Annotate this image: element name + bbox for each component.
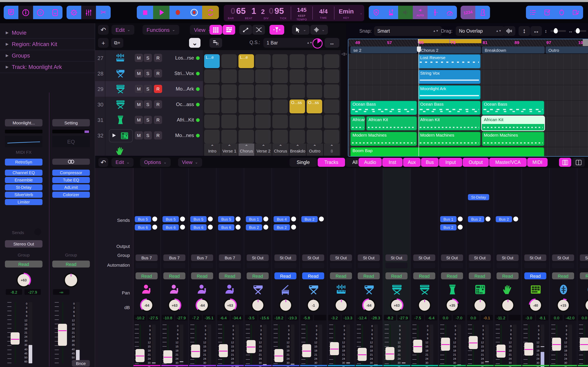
lcd-position[interactable]: 06512095BARBEATDIVTICK xyxy=(224,5,291,21)
pan-knob[interactable]: -64 xyxy=(140,299,154,312)
group-slot[interactable] xyxy=(330,263,352,268)
auto-input-monitoring-icon[interactable]: AUTO xyxy=(413,6,428,19)
mute-button[interactable]: M xyxy=(135,116,143,124)
pan-knob[interactable] xyxy=(501,299,515,312)
group-slot[interactable] xyxy=(413,263,435,268)
loop-cell-empty[interactable] xyxy=(204,69,220,83)
loop-cell-empty[interactable] xyxy=(290,69,305,83)
audio-fx-slot[interactable]: Ensemble xyxy=(5,177,43,183)
grid-view-button[interactable] xyxy=(209,25,222,35)
send-knob[interactable] xyxy=(291,225,296,230)
loop-cell-empty[interactable] xyxy=(255,130,271,143)
output-slot[interactable]: Bus 7 xyxy=(136,254,158,261)
drag-select[interactable]: No Overlap▲▼ xyxy=(456,26,505,36)
mixer-icon[interactable] xyxy=(81,6,96,19)
output-slot[interactable]: St Out xyxy=(274,254,296,261)
send-slot[interactable]: Bus 2 xyxy=(301,216,318,222)
send-knob[interactable] xyxy=(291,217,296,221)
instrument-slot[interactable]: RetroSyn xyxy=(5,159,43,166)
record-enable-button[interactable]: R xyxy=(154,116,162,124)
snap-select[interactable]: Smart▲▼ xyxy=(374,26,442,36)
loop-cell-empty[interactable] xyxy=(290,54,305,68)
region[interactable]: Ocean Bass xyxy=(418,101,481,115)
grid-autoplay-button[interactable]: ⌄ xyxy=(189,38,200,48)
loop-cell-empty[interactable] xyxy=(238,84,254,98)
region[interactable]: Ocean Bass xyxy=(482,101,544,115)
send-slot[interactable]: Bus 5 xyxy=(163,216,179,222)
punch-in-out-icon[interactable] xyxy=(383,6,398,19)
scene-play-icon[interactable]: ⌃ xyxy=(261,144,265,149)
track-row[interactable] xyxy=(95,143,203,156)
volume-fader[interactable] xyxy=(580,338,588,351)
library-icon[interactable] xyxy=(4,6,18,19)
play-button[interactable] xyxy=(153,6,169,19)
lcd-beat[interactable]: 1 xyxy=(251,7,256,15)
scene-play-icon[interactable]: ⌃ xyxy=(296,144,300,149)
toolbar-icon[interactable] xyxy=(48,6,62,19)
send-knob[interactable] xyxy=(180,225,185,230)
undo-button[interactable]: ↶ xyxy=(98,25,109,35)
loop-browser-icon[interactable] xyxy=(554,6,569,19)
loop-cell-empty[interactable] xyxy=(238,115,254,128)
solo-button[interactable]: S xyxy=(144,131,152,140)
automation-mode-button[interactable]: Read xyxy=(163,272,185,279)
bar-ruler[interactable]: 49576573818997105 xyxy=(348,39,588,47)
scene-trigger[interactable]: ⌃Intro xyxy=(204,143,221,156)
scene-play-icon[interactable]: ⌃ xyxy=(210,144,214,149)
pan-knob[interactable]: +63 xyxy=(223,299,237,312)
add-track-button[interactable]: + xyxy=(98,38,109,48)
inspector-section-region-african-kit[interactable]: ▶Region: African Kit xyxy=(0,38,95,50)
send-slot[interactable]: Bus 5 xyxy=(135,216,151,222)
volume-fader[interactable] xyxy=(163,350,172,363)
scissors-icon[interactable]: ✂ xyxy=(96,6,111,19)
output-slot[interactable]: St Out xyxy=(469,254,491,261)
filter-input[interactable]: Input xyxy=(439,158,462,167)
catch-playhead-button[interactable] xyxy=(269,25,284,35)
pan-knob[interactable] xyxy=(584,299,588,312)
audio-fx-slot[interactable]: Channel EQ xyxy=(5,170,43,176)
undo-button[interactable]: ↶ xyxy=(98,158,108,167)
automation-mode-button[interactable]: Read xyxy=(52,261,90,267)
disclosure-triangle-icon[interactable]: ▶ xyxy=(6,53,9,58)
region[interactable]: African Kit xyxy=(366,116,417,131)
send-slot[interactable]: Bus 6 xyxy=(218,224,234,230)
loop-cell-empty[interactable] xyxy=(272,69,288,83)
horizontal-zoom-button[interactable]: ↔ xyxy=(530,26,542,36)
loop-cell-empty[interactable] xyxy=(272,100,288,113)
send-knob[interactable] xyxy=(208,217,213,221)
loop-cell[interactable]: L...e xyxy=(238,54,254,68)
vertical-zoom-button[interactable]: ↕ xyxy=(519,26,530,36)
bounce-button[interactable]: Bnce xyxy=(72,360,90,367)
group-slot[interactable] xyxy=(247,263,269,268)
loop-cell-empty[interactable] xyxy=(324,130,339,143)
group-slot[interactable] xyxy=(580,263,588,268)
loop-cell-empty[interactable] xyxy=(290,84,305,98)
pan-knob[interactable]: -1 xyxy=(307,299,320,312)
solo-button[interactable]: S xyxy=(144,54,152,62)
send-knob[interactable] xyxy=(263,225,268,230)
pan-knob[interactable] xyxy=(64,273,78,287)
send-knob[interactable] xyxy=(319,217,324,221)
volume-fader[interactable] xyxy=(58,324,67,346)
loop-cell-empty[interactable] xyxy=(238,130,254,143)
loop-cell-empty[interactable] xyxy=(204,100,220,113)
automation-mode-button[interactable]: Read xyxy=(469,272,491,279)
loop-cell-empty[interactable] xyxy=(221,115,237,128)
mixer-channel-strip[interactable]: Bus 5Bus 6Bus 7Read+63-10.8-27.903691215… xyxy=(161,168,189,367)
smart-tempo-icon[interactable] xyxy=(67,6,81,19)
filter-bus[interactable]: Bus xyxy=(421,158,439,167)
group-slot[interactable]: Group xyxy=(5,252,43,257)
send-knob[interactable] xyxy=(513,217,518,221)
mute-button[interactable]: M xyxy=(135,85,143,93)
output-slot[interactable]: St Out xyxy=(441,254,463,261)
pan-knob[interactable]: +63 xyxy=(16,273,31,287)
insert-slot[interactable]: St-Delay xyxy=(468,194,489,200)
region[interactable]: Boom Bap xyxy=(351,147,545,157)
region[interactable]: African Kit xyxy=(482,116,544,131)
output-slot[interactable]: Bus 7 xyxy=(219,254,241,261)
stereo-format-button[interactable] xyxy=(52,159,90,165)
audio-fx-slot[interactable]: AdLimit xyxy=(52,184,90,191)
loop-cell-empty[interactable] xyxy=(238,69,254,83)
pan-knob[interactable]: +35 xyxy=(445,299,459,312)
loop-cell-empty[interactable] xyxy=(204,84,220,98)
